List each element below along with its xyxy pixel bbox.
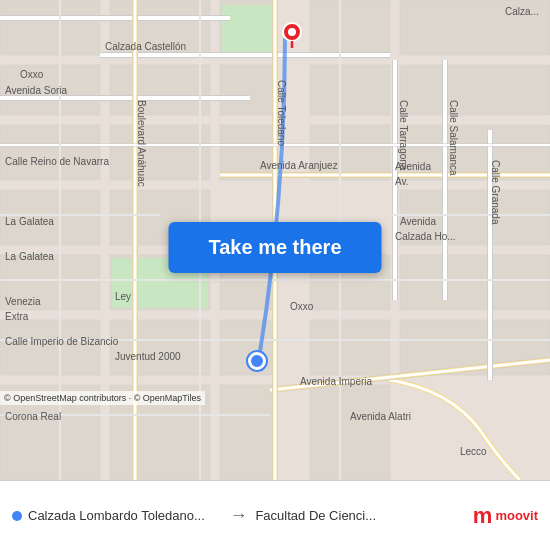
current-location-dot xyxy=(248,352,266,370)
svg-text:Av.: Av. xyxy=(395,176,409,187)
svg-text:Calle Granada: Calle Granada xyxy=(490,160,501,225)
svg-point-105 xyxy=(288,28,296,36)
svg-text:Avenida: Avenida xyxy=(395,161,431,172)
origin-label: Calzada Lombardo Toledano... xyxy=(28,508,205,523)
svg-text:Oxxo: Oxxo xyxy=(20,69,44,80)
svg-rect-25 xyxy=(0,320,100,375)
destination-label: Facultad De Cienci... xyxy=(255,508,376,523)
map-container: Calzada Castellón Avenida Soria Avenida … xyxy=(0,0,550,480)
svg-text:Oxxo: Oxxo xyxy=(290,301,314,312)
svg-text:Calza...: Calza... xyxy=(505,6,539,17)
svg-text:Ley: Ley xyxy=(115,291,131,302)
svg-text:Lecco: Lecco xyxy=(460,446,487,457)
svg-text:Avenida Alatri: Avenida Alatri xyxy=(350,411,411,422)
svg-rect-14 xyxy=(220,125,275,180)
svg-rect-27 xyxy=(220,320,275,375)
moovit-logo: m moovit xyxy=(473,503,538,529)
destination-pin xyxy=(282,22,302,48)
svg-text:Calle Salamanca: Calle Salamanca xyxy=(448,100,459,176)
svg-text:Venezia: Venezia xyxy=(5,296,41,307)
svg-text:Extra: Extra xyxy=(5,311,29,322)
svg-rect-15 xyxy=(310,125,390,180)
svg-rect-24 xyxy=(400,255,550,310)
svg-rect-28 xyxy=(310,320,390,375)
svg-text:Avenida Aranjuez: Avenida Aranjuez xyxy=(260,160,338,171)
svg-rect-11 xyxy=(400,65,550,115)
dest-route-item: Facultad De Cienci... xyxy=(255,508,464,523)
svg-rect-9 xyxy=(220,65,275,115)
svg-text:Calzada Ho...: Calzada Ho... xyxy=(395,231,456,242)
svg-rect-33 xyxy=(310,385,390,480)
svg-rect-4 xyxy=(310,0,390,55)
svg-text:La Galatea: La Galatea xyxy=(5,251,54,262)
route-item: Calzada Lombardo Toledano... xyxy=(12,508,221,523)
svg-rect-12 xyxy=(0,125,100,180)
bottom-bar: Calzada Lombardo Toledano... → Facultad … xyxy=(0,480,550,550)
moovit-m-icon: m xyxy=(473,503,493,529)
svg-text:Avenida Imperia: Avenida Imperia xyxy=(300,376,373,387)
svg-text:Corona Real: Corona Real xyxy=(5,411,61,422)
svg-text:Avenida: Avenida xyxy=(400,216,436,227)
svg-text:Calle Reino de Navarra: Calle Reino de Navarra xyxy=(5,156,109,167)
map-attribution: © OpenStreetMap contributors · © OpenMap… xyxy=(0,391,205,405)
svg-rect-8 xyxy=(110,65,210,115)
origin-dot xyxy=(12,511,22,521)
svg-text:Avenida Soria: Avenida Soria xyxy=(5,85,68,96)
route-arrow: → xyxy=(229,505,247,526)
take-me-there-button[interactable]: Take me there xyxy=(168,222,381,273)
svg-rect-1 xyxy=(0,0,100,55)
svg-text:Calle Imperio de Bizancio: Calle Imperio de Bizancio xyxy=(5,336,119,347)
svg-text:Juventud 2000: Juventud 2000 xyxy=(115,351,181,362)
svg-rect-26 xyxy=(110,320,210,375)
svg-rect-6 xyxy=(222,5,272,53)
svg-text:Calle Toledano: Calle Toledano xyxy=(276,80,287,146)
svg-text:Boulevard Anáhuac: Boulevard Anáhuac xyxy=(136,100,147,187)
svg-text:La Galatea: La Galatea xyxy=(5,216,54,227)
svg-rect-32 xyxy=(220,385,275,480)
svg-rect-10 xyxy=(310,65,390,115)
svg-text:Calzada Castellón: Calzada Castellón xyxy=(105,41,186,52)
moovit-text: moovit xyxy=(495,508,538,523)
svg-rect-13 xyxy=(110,125,210,180)
